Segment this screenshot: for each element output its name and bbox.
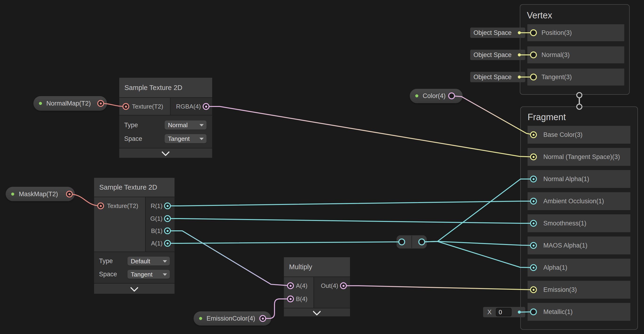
edge-rgba-to-normal-ts[interactable] xyxy=(206,106,533,157)
space-dropdown-value: Tangent xyxy=(168,135,190,142)
fragment-row-alpha[interactable] xyxy=(528,259,630,276)
port-basecolor-in[interactable] xyxy=(530,131,537,138)
chevron-down-icon xyxy=(200,124,204,126)
fragment-row-ambient-occlusion-label: Ambient Occlusion(1) xyxy=(543,198,604,205)
property-type-dot xyxy=(11,193,14,196)
port-multiply-out[interactable] xyxy=(340,282,347,289)
b-output-label: B(1) xyxy=(151,227,162,235)
edge-redirect-to-normal-alpha[interactable] xyxy=(422,179,533,242)
r-output-label: R(1) xyxy=(150,202,162,210)
port-r-out[interactable] xyxy=(164,203,171,209)
fragment-row-metallic-label: Metallic(1) xyxy=(543,308,573,316)
fragment-row-alpha-label: Alpha(1) xyxy=(543,264,567,271)
port-normal-ts-in[interactable] xyxy=(530,153,537,160)
multiply-input-cell xyxy=(284,277,314,308)
fragment-row-basecolor-label: Base Color(3) xyxy=(543,131,582,138)
port-ambient-occlusion-in[interactable] xyxy=(530,198,537,205)
property-type-dot xyxy=(199,317,202,320)
port-multiply-a-in[interactable] xyxy=(287,282,294,289)
object-space-dropdown-position[interactable]: Object Space xyxy=(470,28,525,38)
object-space-label: Object Space xyxy=(470,29,515,37)
port-alpha-in[interactable] xyxy=(530,264,537,271)
port-multiply-b-in[interactable] xyxy=(287,296,294,302)
sample-texture-mask-title: Sample Texture 2D xyxy=(99,184,157,191)
port-rgba-out[interactable] xyxy=(203,103,210,110)
edge-redirect-to-maos-alpha[interactable] xyxy=(422,241,533,245)
port-b-out[interactable] xyxy=(164,228,171,234)
multiply-title: Multiply xyxy=(289,263,312,271)
edge-redirect-to-alpha[interactable] xyxy=(422,241,533,268)
fragment-row-smoothness-label: Smoothness(1) xyxy=(543,220,586,227)
edge-out-to-emission[interactable] xyxy=(344,286,533,290)
port-tangent-in[interactable] xyxy=(530,74,537,81)
texture-input-label: Texture(T2) xyxy=(107,202,138,210)
object-space-label: Object Space xyxy=(470,74,515,81)
vertex-row-position-label: Position(3) xyxy=(542,29,572,37)
multiply-output-cell xyxy=(314,277,350,308)
property-color-label: Color(4) xyxy=(423,92,446,100)
port-metallic-in[interactable] xyxy=(530,308,537,315)
port-normalmap-out[interactable] xyxy=(98,100,104,107)
object-space-label: Object Space xyxy=(470,51,515,59)
port-normal-alpha-in[interactable] xyxy=(530,176,537,183)
space-dropdown[interactable]: Tangent xyxy=(165,134,206,143)
chevron-down-icon xyxy=(163,273,167,276)
multiply-a-label: A(4) xyxy=(296,282,308,289)
object-space-value-dot xyxy=(518,76,521,79)
property-emissioncolor-label: EmissionColor(4) xyxy=(206,315,255,322)
property-type-dot xyxy=(39,102,42,105)
port-redirect-in[interactable] xyxy=(398,239,405,245)
object-space-value-dot xyxy=(518,31,521,34)
port-maos-alpha-in[interactable] xyxy=(530,242,537,249)
space-dropdown[interactable]: Tangent xyxy=(128,270,170,279)
object-space-value-dot xyxy=(518,54,521,57)
port-texture-in[interactable] xyxy=(98,203,104,209)
fragment-row-emission[interactable] xyxy=(528,281,630,299)
property-maskmap-label: MaskMap(T2) xyxy=(19,191,58,198)
fragment-row-emission-label: Emission(3) xyxy=(543,286,577,293)
port-emission-in[interactable] xyxy=(530,286,537,293)
metallic-default-dot xyxy=(518,311,521,314)
metallic-x-label: X xyxy=(487,308,492,316)
chevron-down-icon xyxy=(163,260,167,262)
port-a-out[interactable] xyxy=(164,240,171,247)
port-texture-in[interactable] xyxy=(122,103,129,110)
fragment-row-normal-ts-label: Normal (Tangent Space)(3) xyxy=(543,153,620,161)
fragment-row-metallic[interactable] xyxy=(528,303,630,321)
fragment-block-title: Fragment xyxy=(528,112,566,122)
fragment-row-normal-alpha-label: Normal Alpha(1) xyxy=(543,176,589,183)
type-label: Type xyxy=(99,257,113,265)
space-label: Space xyxy=(99,271,117,278)
edge-a-to-redirect[interactable] xyxy=(168,242,402,243)
multiply-out-label: Out(4) xyxy=(321,282,338,289)
property-type-dot xyxy=(416,94,418,97)
object-space-dropdown-tangent[interactable]: Object Space xyxy=(470,72,525,82)
g-output-label: G(1) xyxy=(150,215,162,222)
property-normalmap-label: NormalMap(T2) xyxy=(46,100,91,107)
edge-g-to-smoothness[interactable] xyxy=(168,219,533,223)
port-smoothness-in[interactable] xyxy=(530,220,537,227)
port-g-out[interactable] xyxy=(164,215,171,222)
port-redirect-out[interactable] xyxy=(418,239,425,245)
space-label: Space xyxy=(124,135,142,142)
shader-graph-canvas[interactable]: { "blocks": { "vertex": { "title": "Vert… xyxy=(0,0,644,334)
type-dropdown[interactable]: Default xyxy=(128,257,170,265)
object-space-dropdown-normal[interactable]: Object Space xyxy=(470,50,525,60)
vertex-row-normal-label: Normal(3) xyxy=(542,51,570,59)
port-maskmap-out[interactable] xyxy=(66,191,73,198)
fragment-row-maos-alpha-label: MAOS Alpha(1) xyxy=(543,242,588,249)
port-color-out[interactable] xyxy=(448,93,455,99)
port-position-in[interactable] xyxy=(530,30,537,36)
a-output-label: A(1) xyxy=(151,240,162,247)
redirect-node-divider xyxy=(412,236,412,248)
edge-r-to-ao[interactable] xyxy=(168,201,533,206)
type-label: Type xyxy=(124,121,138,129)
type-dropdown[interactable]: Normal xyxy=(165,121,206,129)
edge-b-to-multiply-a[interactable] xyxy=(168,231,290,286)
type-dropdown-value: Normal xyxy=(168,121,188,129)
port-emissioncolor-out[interactable] xyxy=(260,315,266,322)
metallic-x-input[interactable] xyxy=(496,308,512,316)
multiply-b-label: B(4) xyxy=(296,295,308,303)
rgba-output-label: RGBA(4) xyxy=(176,103,201,110)
port-normal-in[interactable] xyxy=(530,52,537,58)
